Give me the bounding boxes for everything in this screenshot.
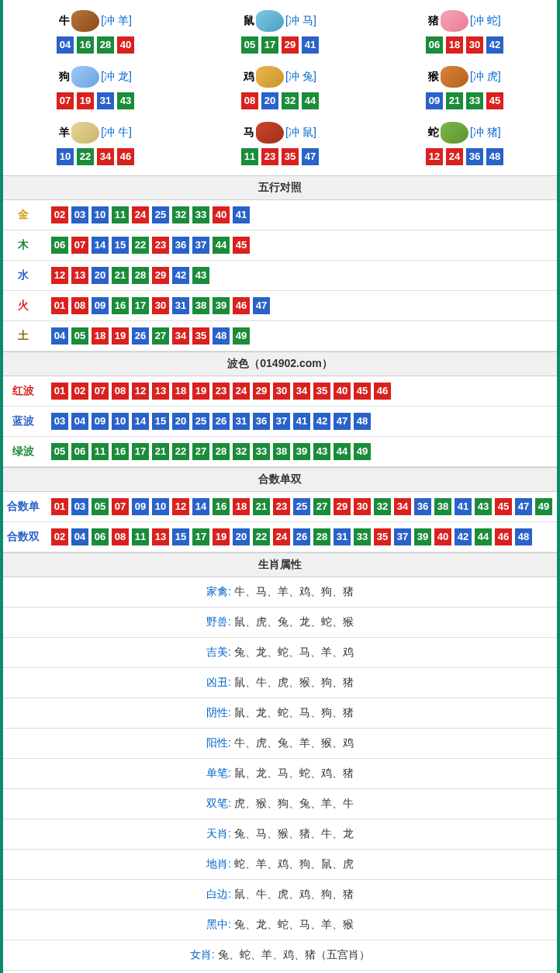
- attr-row: 凶丑: 鼠、牛、虎、猴、狗、猪: [3, 668, 557, 698]
- zodiac-name: 牛: [59, 14, 70, 28]
- attr-value: 兔、龙、蛇、马、羊、猴: [234, 918, 354, 930]
- zodiac-name: 蛇: [428, 126, 439, 140]
- row-label: 木: [3, 238, 43, 252]
- number-ball: 21: [112, 267, 129, 284]
- data-row: 金02031011242532334041: [3, 200, 557, 230]
- attr-value: 兔、龙、蛇、马、羊、鸡: [234, 646, 354, 658]
- attr-row: 双笔: 虎、猴、狗、兔、羊、牛: [3, 789, 557, 819]
- number-ball: 31: [334, 528, 351, 545]
- number-ball: 47: [253, 297, 270, 314]
- number-ball: 38: [273, 443, 290, 460]
- number-ball: 31: [97, 92, 114, 109]
- number-ball: 25: [192, 413, 209, 430]
- number-ball: 19: [77, 92, 94, 109]
- zodiac-icon: [256, 10, 284, 32]
- zodiac-balls: 12243648: [372, 148, 557, 165]
- number-ball: 02: [71, 383, 88, 400]
- number-ball: 40: [334, 383, 351, 400]
- number-ball: 30: [152, 297, 169, 314]
- number-ball: 08: [241, 92, 258, 109]
- number-ball: 42: [313, 413, 330, 430]
- number-ball: 04: [71, 413, 88, 430]
- number-ball: 24: [132, 206, 149, 223]
- data-row: 绿波05061116172122272832333839434449: [3, 437, 557, 467]
- number-ball: 22: [132, 237, 149, 254]
- number-ball: 37: [192, 237, 209, 254]
- number-ball: 20: [233, 528, 250, 545]
- attr-label: 天肖:: [206, 827, 234, 840]
- number-ball: 49: [535, 498, 552, 515]
- number-ball: 29: [152, 267, 169, 284]
- number-ball: 18: [233, 498, 250, 515]
- attr-value: 鼠、龙、马、蛇、鸡、猪: [234, 767, 354, 779]
- zodiac-conflict: [冲 鼠]: [285, 126, 316, 140]
- attr-value: 兔、蛇、羊、鸡、猪（五宫肖）: [218, 948, 370, 961]
- row-balls: 06071415222336374445: [43, 237, 557, 254]
- data-row: 土04051819262734354849: [3, 321, 557, 351]
- number-ball: 23: [213, 383, 230, 400]
- number-ball: 01: [51, 383, 68, 400]
- zodiac-cell: 鼠[冲 马]05172941: [188, 4, 372, 60]
- number-ball: 12: [426, 148, 443, 165]
- number-ball: 24: [233, 383, 250, 400]
- number-ball: 04: [71, 528, 88, 545]
- row-label: 合数单: [3, 500, 43, 514]
- row-label: 红波: [3, 384, 43, 398]
- number-ball: 14: [132, 413, 149, 430]
- number-ball: 03: [71, 206, 88, 223]
- attr-label: 阴性:: [206, 706, 234, 718]
- number-ball: 29: [334, 498, 351, 515]
- bose-rows: 红波0102070812131819232429303435404546蓝波03…: [3, 376, 557, 467]
- number-ball: 38: [192, 297, 209, 314]
- number-ball: 10: [152, 498, 169, 515]
- number-ball: 29: [282, 36, 299, 54]
- attr-row: 家禽: 牛、马、羊、鸡、狗、猪: [3, 577, 557, 608]
- number-ball: 40: [213, 206, 230, 223]
- number-ball: 20: [261, 92, 278, 109]
- number-ball: 14: [92, 237, 109, 254]
- number-ball: 06: [71, 443, 88, 460]
- number-ball: 36: [253, 413, 270, 430]
- number-ball: 48: [515, 528, 532, 545]
- number-ball: 25: [152, 206, 169, 223]
- number-ball: 46: [233, 297, 250, 314]
- zodiac-header: 羊[冲 牛]: [3, 122, 188, 144]
- number-ball: 09: [92, 297, 109, 314]
- main-container: 牛[冲 羊]04162840鼠[冲 马]05172941猪[冲 蛇]061830…: [0, 0, 560, 973]
- number-ball: 18: [92, 327, 109, 345]
- row-balls: 05061116172122272832333839434449: [43, 443, 557, 460]
- number-ball: 47: [515, 498, 532, 515]
- zodiac-balls: 08203244: [188, 92, 372, 109]
- number-ball: 17: [132, 443, 149, 460]
- number-ball: 45: [233, 237, 250, 254]
- zodiac-balls: 09213345: [372, 92, 557, 109]
- attr-label: 双笔:: [206, 797, 234, 809]
- number-ball: 21: [446, 92, 463, 109]
- attr-value: 鼠、虎、兔、龙、蛇、猴: [234, 615, 354, 628]
- number-ball: 48: [213, 327, 230, 345]
- row-label: 合数双: [3, 530, 43, 544]
- number-ball: 15: [112, 237, 129, 254]
- number-ball: 23: [152, 237, 169, 254]
- attr-value: 蛇、羊、鸡、狗、鼠、虎: [234, 857, 354, 870]
- zodiac-name: 马: [244, 126, 254, 140]
- zodiac-name: 羊: [59, 126, 70, 140]
- number-ball: 03: [51, 413, 68, 430]
- zodiac-cell: 羊[冲 牛]10223446: [3, 116, 188, 171]
- row-balls: 02031011242532334041: [43, 206, 557, 223]
- number-ball: 35: [374, 528, 391, 545]
- number-ball: 30: [354, 498, 371, 515]
- zodiac-balls: 07193143: [3, 92, 188, 109]
- number-ball: 45: [354, 383, 371, 400]
- number-ball: 04: [57, 36, 74, 54]
- number-ball: 19: [213, 528, 230, 545]
- number-ball: 49: [233, 327, 250, 345]
- number-ball: 21: [253, 498, 270, 515]
- zodiac-header: 猪[冲 蛇]: [372, 10, 557, 32]
- zodiac-conflict: [冲 猪]: [470, 126, 501, 140]
- number-ball: 21: [152, 443, 169, 460]
- zodiac-balls: 11233547: [188, 148, 372, 165]
- attr-row: 地肖: 蛇、羊、鸡、狗、鼠、虎: [3, 850, 557, 880]
- zodiac-icon: [71, 122, 99, 144]
- number-ball: 04: [51, 327, 68, 345]
